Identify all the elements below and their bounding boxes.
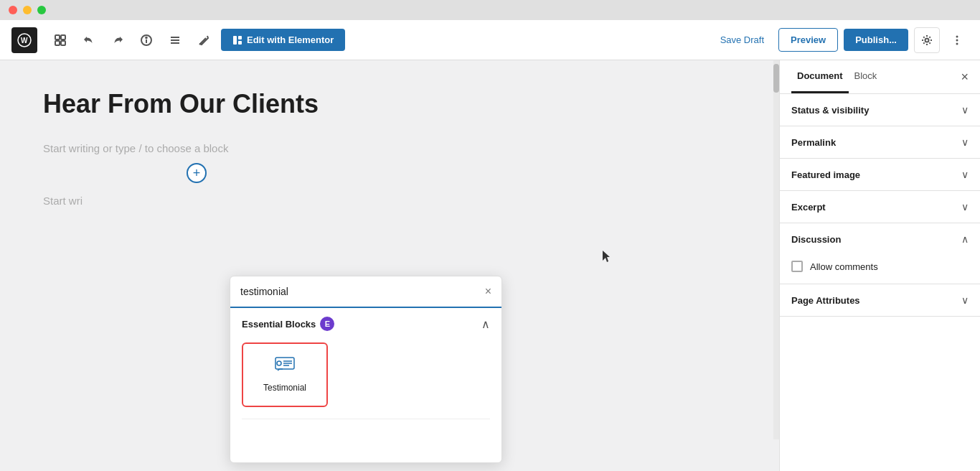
add-block-toolbar-button[interactable] bbox=[49, 29, 72, 52]
sidebar-tabs: Document Block × bbox=[780, 60, 980, 94]
svg-point-18 bbox=[956, 42, 958, 45]
featured-image-header[interactable]: Featured image ∨ bbox=[780, 159, 980, 190]
featured-image-chevron: ∨ bbox=[961, 169, 969, 180]
settings-button[interactable] bbox=[914, 27, 940, 53]
page-attributes-header[interactable]: Page Attributes ∨ bbox=[780, 284, 980, 316]
blocks-grid: Testimonial bbox=[230, 337, 501, 419]
block-placeholder-1: Start writing or type / to choose a bloc… bbox=[43, 142, 736, 154]
minimize-button[interactable] bbox=[23, 6, 32, 14]
sidebar-close-button[interactable]: × bbox=[961, 70, 969, 83]
page-title: Hear From Our Clients bbox=[43, 89, 736, 119]
svg-rect-5 bbox=[61, 41, 65, 45]
editor-area[interactable]: Hear From Our Clients Start writing or t… bbox=[0, 60, 779, 471]
page-attributes-section: Page Attributes ∨ bbox=[780, 284, 980, 317]
close-button[interactable] bbox=[9, 6, 17, 14]
discussion-body: Allow comments bbox=[780, 255, 980, 284]
tab-block[interactable]: Block bbox=[849, 60, 883, 93]
featured-image-title: Featured image bbox=[791, 169, 860, 180]
excerpt-chevron: ∨ bbox=[961, 201, 969, 213]
permalink-section: Permalink ∨ bbox=[780, 126, 980, 159]
svg-text:W: W bbox=[21, 37, 28, 45]
block-search-input[interactable] bbox=[240, 286, 485, 297]
testimonial-block-label: Testimonial bbox=[263, 383, 306, 393]
discussion-header[interactable]: Discussion ∧ bbox=[780, 223, 980, 255]
excerpt-section: Excerpt ∨ bbox=[780, 191, 980, 223]
discussion-chevron: ∧ bbox=[961, 233, 969, 245]
list-view-button[interactable] bbox=[164, 29, 187, 52]
svg-point-16 bbox=[956, 35, 958, 37]
excerpt-header[interactable]: Excerpt ∨ bbox=[780, 191, 980, 223]
maximize-button[interactable] bbox=[37, 6, 46, 14]
svg-rect-14 bbox=[238, 41, 242, 45]
testimonial-block-icon bbox=[275, 357, 295, 377]
sidebar-content: Status & visibility ∨ Permalink ∨ Featur… bbox=[780, 94, 980, 471]
excerpt-title: Excerpt bbox=[791, 202, 826, 213]
main-toolbar: W bbox=[0, 20, 980, 60]
permalink-chevron: ∨ bbox=[961, 136, 969, 148]
status-visibility-section: Status & visibility ∨ bbox=[780, 94, 980, 126]
block-search-popup: × Essential Blocks E ∧ bbox=[230, 276, 502, 463]
essential-blocks-section-header: Essential Blocks E ∧ bbox=[230, 308, 501, 337]
right-sidebar: Document Block × Status & visibility ∨ P… bbox=[779, 60, 980, 471]
page-attributes-chevron: ∨ bbox=[961, 294, 969, 306]
search-input-wrapper: × bbox=[230, 276, 501, 308]
tab-document[interactable]: Document bbox=[791, 60, 849, 93]
undo-button[interactable] bbox=[77, 29, 100, 52]
titlebar bbox=[0, 0, 980, 20]
allow-comments-row: Allow comments bbox=[791, 261, 969, 272]
more-options-button[interactable] bbox=[946, 29, 969, 52]
tools-button[interactable] bbox=[192, 29, 215, 52]
sidebar-scrollbar-thumb[interactable] bbox=[773, 64, 779, 93]
edit-elementor-button[interactable]: Edit with Elementor bbox=[221, 29, 345, 51]
search-clear-button[interactable]: × bbox=[485, 285, 491, 298]
essential-blocks-icon: E bbox=[320, 317, 334, 331]
save-draft-button[interactable]: Save Draft bbox=[712, 29, 773, 51]
main-layout: Hear From Our Clients Start writing or t… bbox=[0, 60, 980, 471]
svg-rect-2 bbox=[55, 35, 60, 39]
allow-comments-checkbox[interactable] bbox=[791, 261, 803, 272]
svg-rect-4 bbox=[55, 41, 60, 45]
svg-rect-12 bbox=[233, 36, 237, 45]
svg-point-8 bbox=[146, 37, 147, 38]
allow-comments-label: Allow comments bbox=[810, 261, 878, 272]
svg-rect-3 bbox=[61, 35, 65, 39]
redo-button[interactable] bbox=[106, 29, 129, 52]
svg-point-17 bbox=[956, 39, 958, 41]
page-attributes-title: Page Attributes bbox=[791, 295, 860, 306]
discussion-section: Discussion ∧ Allow comments bbox=[780, 223, 980, 284]
wp-logo: W bbox=[11, 27, 37, 53]
block-placeholder-2: Start wri bbox=[43, 195, 736, 207]
section-title: Essential Blocks E bbox=[242, 317, 334, 331]
permalink-header[interactable]: Permalink ∨ bbox=[780, 126, 980, 158]
section-collapse-button[interactable]: ∧ bbox=[481, 317, 490, 331]
add-block-inline-button[interactable]: + bbox=[187, 163, 207, 183]
discussion-title: Discussion bbox=[791, 234, 841, 245]
toolbar-right: Save Draft Preview Publish... bbox=[712, 27, 969, 53]
svg-point-15 bbox=[925, 38, 929, 42]
cursor bbox=[603, 251, 608, 256]
status-visibility-chevron: ∨ bbox=[961, 104, 969, 116]
sidebar-scrollbar-track bbox=[773, 60, 779, 439]
status-visibility-header[interactable]: Status & visibility ∨ bbox=[780, 94, 980, 126]
essential-blocks-label: Essential Blocks bbox=[242, 319, 316, 330]
svg-rect-13 bbox=[238, 36, 242, 39]
publish-button[interactable]: Publish... bbox=[844, 29, 908, 51]
permalink-title: Permalink bbox=[791, 137, 836, 148]
testimonial-block-item[interactable]: Testimonial bbox=[242, 342, 328, 407]
preview-button[interactable]: Preview bbox=[778, 28, 838, 52]
status-visibility-title: Status & visibility bbox=[791, 105, 869, 116]
info-button[interactable] bbox=[135, 29, 158, 52]
popup-empty-area bbox=[230, 419, 501, 462]
featured-image-section: Featured image ∨ bbox=[780, 159, 980, 191]
